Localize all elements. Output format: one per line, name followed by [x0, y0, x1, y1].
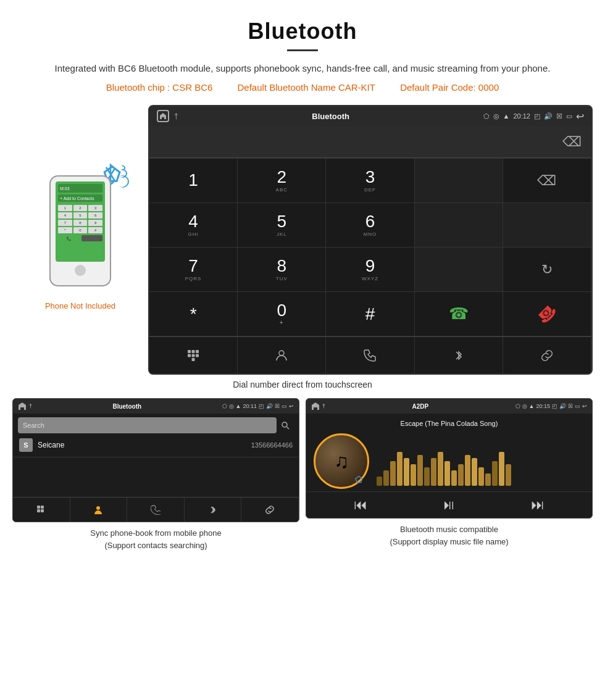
pb-nav-link[interactable] [241, 498, 299, 522]
pb-search-icon-btn[interactable] [277, 417, 294, 433]
pb-nav-phone[interactable] [127, 498, 185, 522]
pb-nav-person[interactable] [70, 498, 128, 522]
dial-caption: Dial number direct from touchscreen [0, 380, 605, 390]
music-status-left: † [311, 402, 325, 410]
music-usb-icon: † [322, 403, 325, 409]
pb-title: Bluetooth [112, 403, 141, 410]
pk-9: 9 [88, 220, 102, 226]
pb-bt-icon: ⬠ [222, 403, 227, 409]
key-7[interactable]: 7 PQRS [149, 248, 238, 292]
music-loc-icon: ◎ [522, 403, 527, 409]
music-title: A2DP [412, 403, 428, 410]
eq-bar-12 [458, 464, 464, 486]
dialpad-icon [186, 349, 200, 362]
key-call-red[interactable]: ☎ [503, 292, 591, 336]
music-screen: † A2DP ⬠ ◎ ▲ 20:15 ◰ 🔊 ☒ ▭ ↩ Escape (The… [306, 398, 593, 519]
pb-search-bar[interactable]: Search [18, 417, 277, 433]
pk-space [81, 235, 102, 241]
pk-7: 7 [58, 220, 72, 226]
key-star[interactable]: * [149, 292, 238, 336]
pk-5: 5 [73, 212, 88, 219]
nav-dialpad[interactable] [149, 337, 238, 373]
pb-caption-line2: (Support contacts searching) [104, 541, 207, 550]
person-icon [275, 349, 288, 362]
page-title: Bluetooth [37, 19, 568, 44]
description-text: Integrated with BC6 Bluetooth module, su… [37, 61, 568, 76]
search-icon [281, 421, 290, 430]
key-empty-4 [415, 248, 503, 292]
key-0[interactable]: 0 + [238, 292, 326, 336]
key-3[interactable]: 3 DEF [326, 159, 414, 203]
phone-bottom-row: 📞 [58, 235, 102, 241]
key-call-green[interactable]: ☎ [415, 292, 503, 336]
key-2[interactable]: 2 ABC [238, 159, 326, 203]
pb-nav-grid[interactable] [13, 498, 70, 522]
music-x-icon: ☒ [568, 403, 573, 409]
bluetooth-nav-icon [452, 349, 465, 362]
phone-status-bar: M:03 [58, 184, 102, 193]
time-display: 20:12 [513, 112, 530, 120]
key-8[interactable]: 8 TUV [238, 248, 326, 292]
pb-nav-bt[interactable] [185, 498, 242, 522]
usb-icon: † [174, 112, 178, 120]
music-sig-icon: ▲ [529, 403, 535, 409]
contact-avatar: S [19, 438, 33, 452]
pk-call: 📞 [58, 235, 79, 241]
back-icon[interactable]: ↩ [576, 110, 584, 122]
pb-vol-icon: 🔊 [266, 403, 273, 409]
backspace-icon: ⌫ [537, 173, 556, 189]
prev-track-button[interactable]: ⏮ [354, 497, 367, 513]
phone-nav-icon [151, 505, 161, 515]
music-back-icon[interactable]: ↩ [582, 403, 587, 409]
music-caption-line2: (Support display music file name) [390, 537, 508, 546]
key-empty-3 [503, 203, 591, 248]
pk-1: 1 [58, 205, 72, 211]
nav-contacts[interactable] [238, 337, 326, 373]
svg-rect-16 [41, 509, 44, 512]
dial-status-bar: † Bluetooth ⬠ ◎ ▲ 20:12 ◰ 🔊 ☒ ▭ ↩ [149, 106, 591, 126]
home-icon[interactable] [157, 110, 169, 122]
backspace-button[interactable]: ⌫ [562, 134, 582, 150]
nav-phone[interactable] [326, 337, 414, 373]
pb-usb-icon: † [29, 403, 32, 409]
next-track-button[interactable]: ⏭ [531, 497, 544, 513]
music-note-icon: ♫ [334, 450, 349, 473]
key-empty-2 [415, 203, 503, 248]
pk-8: 8 [73, 220, 88, 226]
svg-rect-0 [188, 350, 191, 353]
pb-back-icon[interactable]: ↩ [289, 403, 294, 409]
dial-section: ⬠ M:03 + Add to Contact [0, 99, 605, 375]
key-refresh[interactable]: ↻ [503, 248, 591, 292]
page-header: Bluetooth Integrated with BC6 Bluetooth … [0, 0, 605, 99]
link-icon [540, 349, 554, 362]
nav-link[interactable] [503, 337, 591, 373]
key-empty-1 [415, 159, 503, 203]
keypad-grid: 1 2 ABC 3 DEF ⌫ 4 GHI 5 JKL [149, 158, 591, 336]
phone-keypad: 1 2 3 4 5 6 7 8 9 * 0 # [58, 205, 102, 233]
key-6[interactable]: 6 MNO [326, 203, 414, 248]
key-hash[interactable]: # [326, 292, 414, 336]
eq-bar-16 [485, 473, 491, 486]
bluetooth-status-icon: ⬠ [483, 112, 490, 120]
pb-cam-icon: ◰ [259, 403, 264, 409]
dial-screen: † Bluetooth ⬠ ◎ ▲ 20:12 ◰ 🔊 ☒ ▭ ↩ ⌫ 1 [148, 105, 593, 375]
key-1[interactable]: 1 [149, 159, 238, 203]
svg-rect-14 [41, 506, 44, 509]
play-pause-button[interactable]: ⏯ [442, 497, 456, 513]
eq-bar-2 [390, 461, 396, 486]
key-9[interactable]: 9 WXYZ [326, 248, 414, 292]
nav-bluetooth[interactable] [415, 337, 503, 373]
svg-rect-13 [37, 506, 40, 509]
eq-bar-13 [465, 455, 470, 486]
phonebook-col: † Bluetooth ⬠ ◎ ▲ 20:11 ◰ 🔊 ☒ ▭ ↩ [12, 398, 299, 551]
key-5[interactable]: 5 JKL [238, 203, 326, 248]
refresh-icon: ↻ [541, 262, 553, 278]
music-cam-icon: ◰ [552, 403, 557, 409]
svg-rect-5 [196, 354, 199, 357]
svg-rect-3 [188, 354, 191, 357]
music-status-bar: † A2DP ⬠ ◎ ▲ 20:15 ◰ 🔊 ☒ ▭ ↩ [306, 399, 592, 414]
key-4[interactable]: 4 GHI [149, 203, 238, 248]
pb-search-placeholder: Search [23, 422, 272, 429]
eq-visualizer [377, 436, 585, 486]
key-backspace-row1[interactable]: ⌫ [503, 159, 591, 203]
